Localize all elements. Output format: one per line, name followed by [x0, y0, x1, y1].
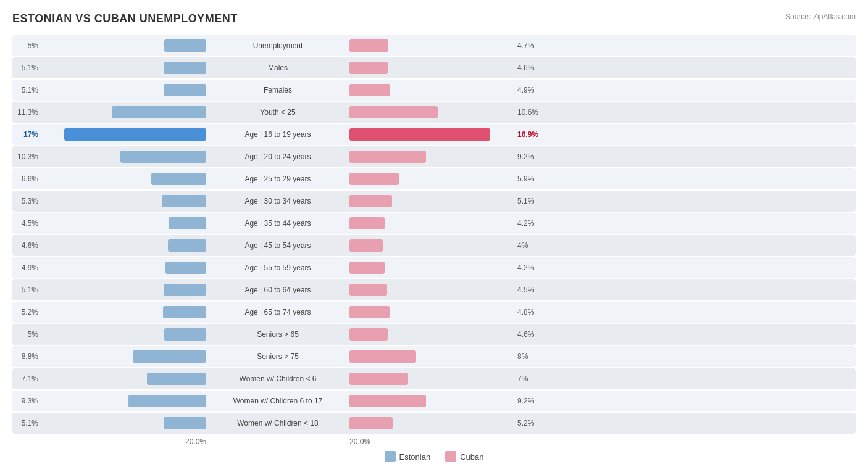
bar-estonian	[164, 84, 206, 96]
left-value: 4.6%	[12, 241, 38, 250]
row-label: Women w/ Children < 18	[210, 419, 346, 428]
table-row: 4.9% Age | 55 to 59 years 4.2%	[12, 257, 856, 278]
bar-estonian	[163, 306, 206, 318]
bar-estonian	[128, 395, 206, 407]
left-value: 5.1%	[12, 64, 38, 72]
bar-cuban	[349, 373, 408, 385]
left-value: 5%	[12, 330, 38, 339]
bar-estonian	[164, 39, 206, 52]
row-label: Age | 30 to 34 years	[210, 197, 346, 205]
table-row: 10.3% Age | 20 to 24 years 9.2%	[12, 146, 856, 167]
table-row: 5% Unemployment 4.7%	[12, 35, 856, 56]
left-section: 8.8%	[12, 350, 210, 363]
bar-cuban	[349, 217, 385, 229]
right-section: 8%	[346, 350, 543, 363]
left-bar-container	[42, 151, 206, 163]
legend-box-cuban	[445, 451, 456, 462]
axis-right-container: 20.0%	[346, 437, 543, 446]
left-bar-container	[42, 173, 206, 185]
left-section: 5.1%	[12, 284, 210, 296]
right-section: 5.2%	[346, 417, 543, 429]
row-label: Age | 45 to 54 years	[210, 241, 346, 250]
right-section: 4.8%	[346, 306, 543, 318]
left-bar-container	[42, 62, 206, 74]
left-bar-container	[42, 84, 206, 96]
left-section: 4.6%	[12, 239, 210, 252]
right-bar-container	[349, 84, 514, 96]
left-bar-container	[42, 284, 206, 296]
row-label: Males	[210, 64, 346, 72]
right-value: 5.1%	[517, 197, 543, 205]
right-bar-container	[349, 262, 514, 274]
bar-estonian	[168, 239, 206, 252]
left-value: 5.3%	[12, 197, 38, 205]
right-value: 4.6%	[517, 64, 543, 72]
left-bar-container	[42, 128, 206, 141]
right-bar-container	[349, 151, 514, 163]
bar-cuban	[349, 350, 416, 363]
table-row: 5.1% Women w/ Children < 18 5.2%	[12, 413, 856, 434]
left-bar-container	[42, 217, 206, 229]
left-bar-container	[42, 106, 206, 118]
left-value: 10.3%	[12, 152, 38, 161]
left-section: 5.1%	[12, 62, 210, 74]
left-value: 5.1%	[12, 286, 38, 294]
row-label: Age | 60 to 64 years	[210, 286, 346, 294]
legend-item-cuban: Cuban	[445, 451, 483, 462]
left-bar-container	[42, 239, 206, 252]
left-value: 5%	[12, 41, 38, 50]
axis-left-label: 20.0%	[185, 437, 206, 446]
left-section: 17%	[12, 128, 210, 141]
bar-estonian	[64, 128, 206, 141]
left-bar-container	[42, 417, 206, 429]
right-bar-container	[349, 62, 514, 74]
right-value: 5.2%	[517, 419, 543, 428]
bar-estonian	[164, 284, 206, 296]
right-value: 4.7%	[517, 41, 543, 50]
row-label: Age | 35 to 44 years	[210, 219, 346, 228]
left-section: 7.1%	[12, 373, 210, 385]
right-section: 4.9%	[346, 84, 543, 96]
left-value: 5.2%	[12, 308, 38, 316]
bar-estonian	[165, 262, 206, 274]
row-label: Seniors > 65	[210, 330, 346, 339]
table-row: 11.3% Youth < 25 10.6%	[12, 102, 856, 123]
chart-source: Source: ZipAtlas.com	[785, 12, 856, 21]
right-bar-container	[349, 239, 514, 252]
left-section: 4.9%	[12, 262, 210, 274]
right-value: 4.2%	[517, 219, 543, 228]
right-bar-container	[349, 328, 514, 341]
row-label: Females	[210, 86, 346, 94]
right-bar-container	[349, 39, 514, 52]
row-label: Age | 55 to 59 years	[210, 263, 346, 272]
left-section: 5.1%	[12, 417, 210, 429]
row-label: Women w/ Children 6 to 17	[210, 397, 346, 405]
left-section: 9.3%	[12, 395, 210, 407]
bar-cuban	[349, 128, 490, 141]
bar-estonian	[169, 217, 206, 229]
table-row: 5.1% Age | 60 to 64 years 4.5%	[12, 279, 856, 300]
bar-cuban	[349, 262, 385, 274]
bar-cuban	[349, 417, 393, 429]
bar-estonian	[164, 62, 206, 74]
chart-title: ESTONIAN VS CUBAN UNEMPLOYMENT	[12, 12, 238, 25]
right-value: 8%	[517, 352, 543, 361]
bar-estonian	[133, 350, 206, 363]
right-section: 5.1%	[346, 195, 543, 207]
legend-label-estonian: Estonian	[399, 452, 431, 461]
bar-cuban	[349, 239, 383, 252]
row-label: Unemployment	[210, 41, 346, 50]
left-bar-container	[42, 373, 206, 385]
right-value: 7%	[517, 374, 543, 383]
bar-cuban	[349, 195, 392, 207]
right-bar-container	[349, 395, 514, 407]
bar-estonian	[162, 195, 206, 207]
right-section: 10.6%	[346, 106, 543, 118]
left-value: 5.1%	[12, 86, 38, 94]
right-bar-container	[349, 306, 514, 318]
bar-cuban	[349, 173, 399, 185]
bar-estonian	[112, 106, 206, 118]
bar-estonian	[151, 173, 206, 185]
right-bar-container	[349, 195, 514, 207]
row-label: Age | 25 to 29 years	[210, 175, 346, 183]
